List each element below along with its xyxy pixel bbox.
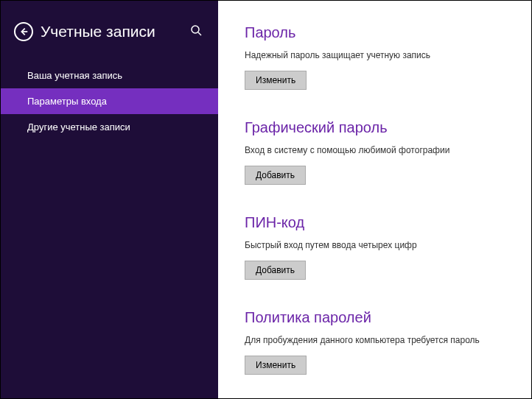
section-title-pin: ПИН-код	[245, 214, 505, 231]
content-area: Пароль Надежный пароль защищает учетную …	[218, 1, 531, 398]
section-password: Пароль Надежный пароль защищает учетную …	[245, 24, 505, 90]
nav-item-signin-options[interactable]: Параметры входа	[1, 88, 218, 114]
nav-item-other-accounts[interactable]: Другие учетные записи	[1, 114, 218, 140]
svg-line-2	[198, 32, 201, 35]
section-desc-picture-password: Вход в систему с помощью любимой фотогра…	[245, 145, 505, 155]
nav-item-your-account[interactable]: Ваша учетная запись	[1, 63, 218, 88]
section-desc-password: Надежный пароль защищает учетную запись	[245, 50, 505, 60]
sidebar: Учетные записи Ваша учетная запись Парам…	[1, 1, 218, 398]
section-password-policy: Политика паролей Для пробуждения данного…	[245, 309, 505, 375]
section-title-picture-password: Графический пароль	[245, 119, 505, 136]
section-pin: ПИН-код Быстрый вход путем ввода четырех…	[245, 214, 505, 280]
section-desc-password-policy: Для пробуждения данного компьютера требу…	[245, 335, 505, 345]
arrow-left-icon	[18, 27, 29, 37]
search-button[interactable]	[187, 21, 205, 42]
change-password-policy-button[interactable]: Изменить	[245, 356, 307, 375]
section-picture-password: Графический пароль Вход в систему с помо…	[245, 119, 505, 185]
add-pin-button[interactable]: Добавить	[245, 261, 306, 280]
svg-point-1	[192, 26, 199, 33]
nav-items: Ваша учетная запись Параметры входа Друг…	[1, 63, 218, 140]
section-title-password: Пароль	[245, 24, 505, 41]
add-picture-password-button[interactable]: Добавить	[245, 166, 306, 185]
section-desc-pin: Быстрый вход путем ввода четырех цифр	[245, 240, 505, 250]
change-password-button[interactable]: Изменить	[245, 71, 307, 90]
section-title-password-policy: Политика паролей	[245, 309, 505, 326]
sidebar-header: Учетные записи	[1, 1, 218, 57]
back-button[interactable]	[14, 22, 33, 41]
page-title: Учетные записи	[41, 23, 180, 40]
search-icon	[190, 24, 202, 36]
